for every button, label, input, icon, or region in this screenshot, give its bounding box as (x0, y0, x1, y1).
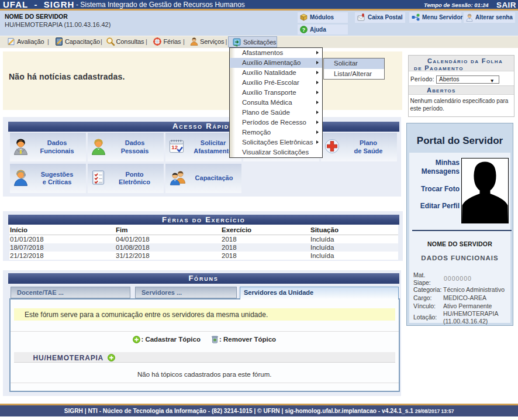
svg-text:?: ? (302, 26, 306, 32)
svg-text:12: 12 (171, 144, 178, 150)
